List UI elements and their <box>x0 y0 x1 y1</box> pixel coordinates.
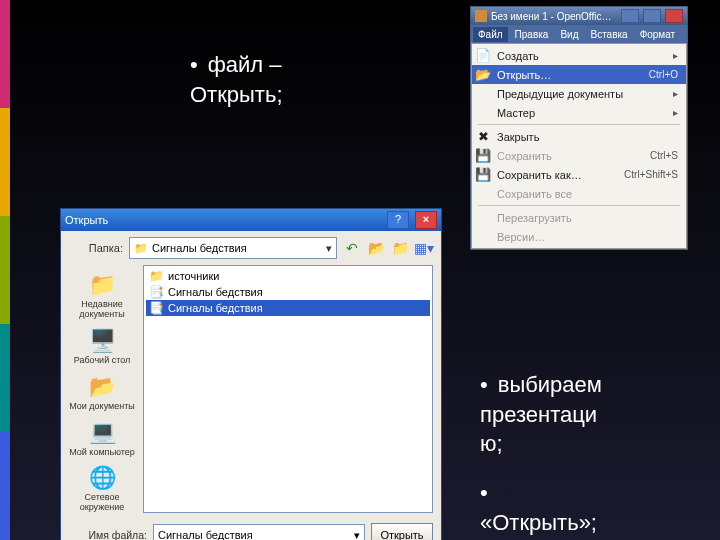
folder-label: Папка: <box>69 242 123 254</box>
dialog-toolbar: Папка: 📁 Сигналы бедствия ▾ ↶ 📂 📁 ▦▾ <box>61 231 441 265</box>
menu-icon: 💾 <box>475 148 491 164</box>
help-button[interactable]: ? <box>387 211 409 229</box>
menu-label: Закрыть <box>497 131 672 143</box>
filename-label: Имя файла: <box>69 529 147 540</box>
menu-icon <box>475 229 491 245</box>
menu-icon: 📂 <box>475 67 491 83</box>
app-icon <box>475 10 487 22</box>
place-label: Сетевоеокружение <box>80 493 124 513</box>
list-item[interactable]: 📑Сигналы бедствия <box>146 284 430 300</box>
places-sidebar: 📁Недавниедокументы🖥️Рабочий стол📂Мои док… <box>61 265 143 519</box>
place-label: Мой компьютер <box>69 448 135 458</box>
list-item[interactable]: 📁источники <box>146 268 430 284</box>
menu-item[interactable]: Сохранить все <box>472 184 686 203</box>
folder-combo[interactable]: 📁 Сигналы бедствия ▾ <box>129 237 337 259</box>
menubar[interactable]: Файл Правка Вид Вставка Формат <box>471 25 687 43</box>
folder-value: Сигналы бедствия <box>152 242 247 254</box>
menu-label: Открыть… <box>497 69 643 81</box>
menu-icon <box>475 186 491 202</box>
menu-item[interactable]: 📄Создать▸ <box>472 46 686 65</box>
menu-icon <box>475 105 491 121</box>
file-list[interactable]: 📁источники📑Сигналы бедствия📑Сигналы бедс… <box>143 265 433 513</box>
folder-icon: 📁 <box>134 242 148 255</box>
menu-label: Версии… <box>497 231 672 243</box>
menu-shortcut: Ctrl+O <box>649 69 678 80</box>
menu-shortcut: ▸ <box>673 50 678 61</box>
accent-stripe <box>0 0 10 540</box>
view-mode-icon[interactable]: ▦▾ <box>415 239 433 257</box>
menu-label: Сохранить как… <box>497 169 618 181</box>
place-icon: 💻 <box>86 419 118 447</box>
list-item[interactable]: 📑Сигналы бедствия <box>146 300 430 316</box>
minimize-button[interactable] <box>621 9 639 23</box>
sidebar-item[interactable]: 📂Мои документы <box>64 371 140 414</box>
menu-file[interactable]: Файл <box>473 27 508 42</box>
up-folder-icon[interactable]: 📂 <box>367 239 385 257</box>
app-window: Без имени 1 - OpenOffice.org Impress Фай… <box>470 6 688 250</box>
menu-shortcut: Ctrl+S <box>650 150 678 161</box>
chevron-down-icon: ▾ <box>354 529 360 540</box>
menu-format[interactable]: Формат <box>635 27 681 42</box>
slide: файл – Открыть; выбираем презентаци ю; «… <box>0 0 720 540</box>
file-icon: 📁 <box>148 269 164 283</box>
menu-item[interactable]: Перезагрузить <box>472 208 686 227</box>
dialog-bottom: Имя файла: Сигналы бедствия▾ Открыть Тип… <box>61 519 441 540</box>
place-label: Рабочий стол <box>74 356 131 366</box>
menu-label: Перезагрузить <box>497 212 672 224</box>
new-folder-icon[interactable]: 📁 <box>391 239 409 257</box>
menu-item[interactable]: Версии… <box>472 227 686 246</box>
maximize-button[interactable] <box>643 9 661 23</box>
bullet-file-open: файл – Открыть; <box>190 50 283 109</box>
menu-edit[interactable]: Правка <box>510 27 554 42</box>
menu-label: Создать <box>497 50 667 62</box>
file-menu: 📄Создать▸📂Открыть…Ctrl+OПредыдущие докум… <box>471 43 687 249</box>
dialog-titlebar[interactable]: Открыть ? × <box>61 209 441 231</box>
place-label: Недавниедокументы <box>79 300 124 320</box>
file-name: источники <box>168 270 219 282</box>
open-button[interactable]: Открыть <box>371 523 433 540</box>
menu-item[interactable]: 💾СохранитьCtrl+S <box>472 146 686 165</box>
menu-item[interactable]: Мастер▸ <box>472 103 686 122</box>
place-label: Мои документы <box>69 402 135 412</box>
file-name: Сигналы бедствия <box>168 302 263 314</box>
dialog-title: Открыть <box>65 214 108 226</box>
menu-insert[interactable]: Вставка <box>585 27 632 42</box>
open-dialog: Открыть ? × Папка: 📁 Сигналы бедствия ▾ … <box>60 208 442 540</box>
menu-item[interactable]: Предыдущие документы▸ <box>472 84 686 103</box>
menu-view[interactable]: Вид <box>555 27 583 42</box>
menu-shortcut: ▸ <box>673 107 678 118</box>
place-icon: 🖥️ <box>86 327 118 355</box>
sidebar-item[interactable]: 📁Недавниедокументы <box>64 269 140 322</box>
menu-icon: ✖ <box>475 129 491 145</box>
menu-shortcut: ▸ <box>673 88 678 99</box>
sidebar-item[interactable]: 🌐Сетевоеокружение <box>64 462 140 515</box>
chevron-down-icon: ▾ <box>326 242 332 255</box>
menu-icon <box>475 210 491 226</box>
menu-item[interactable]: 💾Сохранить как…Ctrl+Shift+S <box>472 165 686 184</box>
place-icon: 📁 <box>86 271 118 299</box>
bullet-click-open: «Открыть»; <box>480 478 597 537</box>
app-title: Без имени 1 - OpenOffice.org Impress <box>491 11 617 22</box>
titlebar[interactable]: Без имени 1 - OpenOffice.org Impress <box>471 7 687 25</box>
sidebar-item[interactable]: 💻Мой компьютер <box>64 417 140 460</box>
file-name: Сигналы бедствия <box>168 286 263 298</box>
back-icon[interactable]: ↶ <box>343 239 361 257</box>
menu-label: Сохранить <box>497 150 644 162</box>
place-icon: 🌐 <box>86 464 118 492</box>
menu-label: Предыдущие документы <box>497 88 667 100</box>
menu-icon: 📄 <box>475 48 491 64</box>
file-icon: 📑 <box>148 285 164 299</box>
bullet-select-presentation: выбираем презентаци ю; <box>480 370 602 459</box>
menu-label: Мастер <box>497 107 667 119</box>
sidebar-item[interactable]: 🖥️Рабочий стол <box>64 325 140 368</box>
menu-item[interactable]: ✖Закрыть <box>472 127 686 146</box>
menu-icon <box>475 86 491 102</box>
place-icon: 📂 <box>86 373 118 401</box>
filename-field[interactable]: Сигналы бедствия▾ <box>153 524 365 540</box>
dialog-close-button[interactable]: × <box>415 211 437 229</box>
menu-icon: 💾 <box>475 167 491 183</box>
close-button[interactable] <box>665 9 683 23</box>
menu-shortcut: Ctrl+Shift+S <box>624 169 678 180</box>
file-icon: 📑 <box>148 301 164 315</box>
menu-item[interactable]: 📂Открыть…Ctrl+O <box>472 65 686 84</box>
